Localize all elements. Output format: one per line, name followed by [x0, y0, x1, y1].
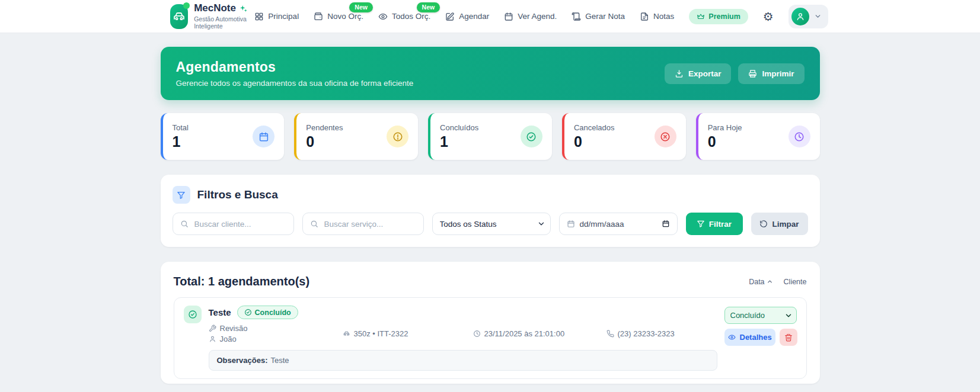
page-header-banner: Agendamentos Gerencie todos os agendamen… — [161, 47, 820, 100]
observations-text: Teste — [271, 356, 289, 365]
user-menu-button[interactable] — [789, 5, 828, 28]
eye-icon — [728, 333, 736, 341]
clear-button[interactable]: Limpar — [751, 213, 808, 235]
responsible-name: João — [220, 335, 237, 343]
nav-label: Agendar — [459, 12, 489, 21]
edit-icon — [445, 12, 455, 21]
stat-card-pendentes: Pendentes 0 — [294, 113, 418, 160]
stat-label: Concluídos — [440, 123, 478, 132]
eye-icon — [378, 12, 388, 21]
print-label: Imprimir — [762, 69, 794, 78]
date-picker-icon[interactable] — [662, 220, 670, 228]
filter-label: Filtrar — [709, 220, 732, 229]
logo — [170, 4, 189, 29]
service-search-input[interactable] — [323, 219, 416, 229]
sparkle-icon — [239, 4, 248, 13]
premium-badge[interactable]: Premium — [689, 9, 748, 24]
page-title: Agendamentos — [176, 59, 414, 75]
check-circle-icon — [526, 131, 537, 142]
sort-client-label: Cliente — [784, 278, 807, 286]
main-content: Agendamentos Gerencie todos os agendamen… — [161, 47, 820, 384]
appointments-card: Total: 1 agendamento(s) Data Cliente — [161, 262, 820, 384]
download-icon — [675, 69, 684, 78]
x-circle-icon — [660, 131, 671, 142]
nav-label: Gerar Nota — [585, 12, 625, 21]
service-search-field[interactable] — [302, 213, 424, 235]
stat-label: Para Hoje — [708, 123, 742, 132]
status-badge-label: Concluído — [255, 309, 291, 317]
wrench-icon — [209, 324, 216, 332]
wallet-icon — [314, 12, 323, 21]
reset-icon — [759, 220, 768, 228]
status-badge: Concluído — [237, 306, 298, 319]
nav-item-notas[interactable]: Notas — [640, 12, 674, 21]
user-icon — [209, 335, 216, 343]
calendar-icon — [504, 12, 513, 21]
stat-label: Total — [173, 123, 189, 132]
nav-items: Principal Novo Orç. New Todos Orç. New — [254, 5, 828, 28]
search-icon — [180, 220, 189, 228]
row-status-select[interactable]: Concluído — [724, 307, 797, 324]
stat-label: Cancelados — [574, 123, 615, 132]
status-check-icon — [184, 306, 202, 323]
export-button[interactable]: Exportar — [665, 63, 732, 84]
appointment-datetime: 23/11/2025 às 21:01:00 — [484, 329, 565, 338]
premium-label: Premium — [708, 12, 740, 21]
details-button[interactable]: Detalhes — [724, 329, 775, 346]
observations-box: Observações: Teste — [209, 350, 717, 371]
calendar-icon — [567, 220, 575, 228]
clear-label: Limpar — [772, 220, 799, 229]
nav-label: Todos Orç. — [392, 12, 430, 21]
stats-row: Total 1 Pendentes 0 — [161, 113, 820, 160]
car-icon — [343, 330, 350, 338]
clock-icon — [473, 330, 481, 338]
sort-by-client[interactable]: Cliente — [784, 278, 807, 286]
nav-label: Ver Agend. — [518, 12, 557, 21]
stat-value: 1 — [440, 133, 478, 150]
online-dot — [183, 2, 190, 9]
status-select[interactable]: Todos os Status — [432, 213, 551, 235]
appointment-row: Teste Concluído — [174, 297, 807, 379]
phone-number: (23) 23233-2323 — [618, 329, 675, 338]
nav-item-agendar[interactable]: Agendar — [445, 12, 489, 21]
search-icon — [310, 220, 318, 228]
brand-tagline: Gestão Automotiva Inteligente — [194, 15, 254, 30]
stat-value: 0 — [306, 133, 343, 150]
client-search-field[interactable] — [173, 213, 294, 235]
sort-date-label: Data — [749, 278, 764, 286]
alert-circle-icon — [392, 131, 403, 142]
row-status-select-wrap: Concluído — [724, 307, 797, 324]
filter-button[interactable]: Filtrar — [686, 213, 743, 235]
trash-icon — [784, 333, 793, 342]
settings-button[interactable]: ⚙ — [763, 11, 774, 23]
stat-card-total: Total 1 — [161, 113, 285, 160]
gear-icon: ⚙ — [763, 10, 774, 23]
avatar — [791, 8, 809, 25]
grid-icon — [254, 12, 264, 21]
check-circle-icon — [244, 309, 252, 316]
date-field[interactable]: dd/mm/aaaa — [559, 213, 678, 235]
stat-card-para-hoje: Para Hoje 0 — [696, 113, 820, 160]
brand[interactable]: MecNote Gestão Automotiva Inteligente — [170, 3, 255, 30]
service-name: Revisão — [220, 324, 248, 333]
car-icon — [172, 9, 186, 24]
funnel-icon — [173, 186, 190, 204]
nav-item-principal[interactable]: Principal — [254, 12, 299, 21]
client-search-input[interactable] — [193, 219, 286, 229]
print-button[interactable]: Imprimir — [738, 63, 804, 84]
sort-by-date[interactable]: Data — [749, 278, 772, 286]
delete-button[interactable] — [780, 329, 797, 346]
user-icon — [796, 12, 805, 21]
brand-name: MecNote — [194, 3, 236, 14]
page-subtitle: Gerencie todos os agendamentos da sua of… — [176, 79, 414, 88]
nav-item-novo-orc[interactable]: Novo Orç. New — [314, 12, 363, 21]
nav-item-todos-orc[interactable]: Todos Orç. New — [378, 12, 430, 21]
new-badge: New — [349, 2, 373, 12]
caret-up-icon — [767, 278, 773, 285]
crown-icon — [697, 12, 705, 21]
nav-item-gerar-nota[interactable]: Gerar Nota — [572, 12, 625, 21]
stat-card-concluidos: Concluídos 1 — [428, 113, 552, 160]
list-total: Total: 1 agendamento(s) — [174, 275, 310, 288]
calendar-icon — [258, 131, 269, 142]
nav-item-ver-agend[interactable]: Ver Agend. — [504, 12, 557, 21]
